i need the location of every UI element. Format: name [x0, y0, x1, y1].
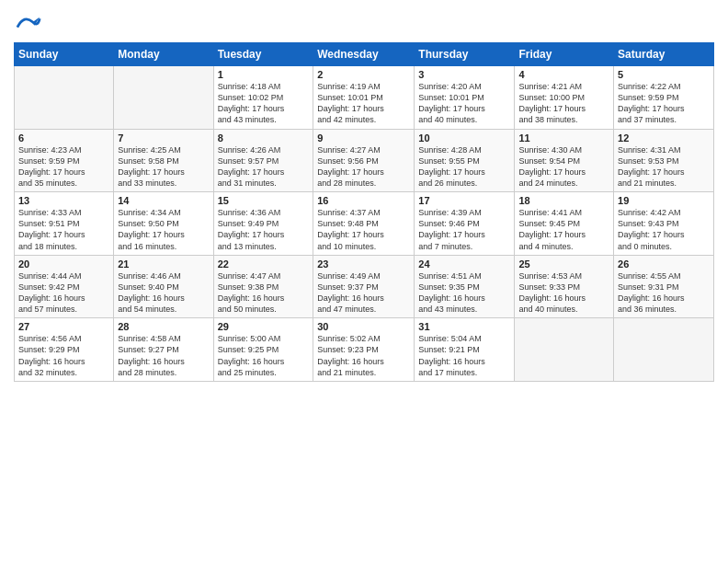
- table-row: 16Sunrise: 4:37 AM Sunset: 9:48 PM Dayli…: [313, 192, 415, 256]
- table-row: 13Sunrise: 4:33 AM Sunset: 9:51 PM Dayli…: [15, 192, 114, 256]
- day-number: 29: [218, 321, 310, 332]
- table-row: 22Sunrise: 4:47 AM Sunset: 9:38 PM Dayli…: [213, 255, 313, 318]
- table-row: 7Sunrise: 4:25 AM Sunset: 9:58 PM Daylig…: [114, 129, 213, 192]
- day-info: Sunrise: 4:56 AM Sunset: 9:29 PM Dayligh…: [18, 333, 109, 378]
- day-number: 27: [18, 321, 109, 332]
- day-info: Sunrise: 5:02 AM Sunset: 9:23 PM Dayligh…: [317, 333, 410, 378]
- day-info: Sunrise: 4:27 AM Sunset: 9:56 PM Dayligh…: [317, 144, 410, 190]
- day-number: 9: [317, 132, 410, 144]
- day-info: Sunrise: 5:04 AM Sunset: 9:21 PM Dayligh…: [418, 333, 510, 378]
- table-row: 11Sunrise: 4:30 AM Sunset: 9:54 PM Dayli…: [515, 129, 614, 192]
- day-info: Sunrise: 5:00 AM Sunset: 9:25 PM Dayligh…: [218, 333, 310, 378]
- col-tuesday: Tuesday: [213, 43, 313, 66]
- day-info: Sunrise: 4:47 AM Sunset: 9:38 PM Dayligh…: [218, 270, 310, 316]
- day-info: Sunrise: 4:53 AM Sunset: 9:33 PM Dayligh…: [518, 270, 609, 316]
- header: [14, 9, 714, 35]
- day-number: 13: [18, 195, 109, 206]
- day-info: Sunrise: 4:42 AM Sunset: 9:43 PM Dayligh…: [618, 207, 710, 252]
- day-info: Sunrise: 4:28 AM Sunset: 9:55 PM Dayligh…: [418, 144, 510, 190]
- day-info: Sunrise: 4:49 AM Sunset: 9:37 PM Dayligh…: [317, 270, 410, 316]
- table-row: 1Sunrise: 4:18 AM Sunset: 10:02 PM Dayli…: [213, 66, 313, 130]
- col-wednesday: Wednesday: [313, 43, 415, 66]
- day-info: Sunrise: 4:41 AM Sunset: 9:45 PM Dayligh…: [518, 207, 609, 252]
- day-info: Sunrise: 4:55 AM Sunset: 9:31 PM Dayligh…: [618, 270, 710, 316]
- table-row: 12Sunrise: 4:31 AM Sunset: 9:53 PM Dayli…: [614, 129, 714, 192]
- day-number: 17: [418, 195, 510, 206]
- day-info: Sunrise: 4:58 AM Sunset: 9:27 PM Dayligh…: [118, 333, 209, 378]
- table-row: 26Sunrise: 4:55 AM Sunset: 9:31 PM Dayli…: [614, 255, 714, 318]
- table-row: 5Sunrise: 4:22 AM Sunset: 9:59 PM Daylig…: [614, 66, 714, 130]
- day-number: 5: [618, 69, 710, 80]
- day-info: Sunrise: 4:33 AM Sunset: 9:51 PM Dayligh…: [18, 207, 109, 252]
- col-saturday: Saturday: [614, 43, 714, 66]
- table-row: 28Sunrise: 4:58 AM Sunset: 9:27 PM Dayli…: [114, 318, 213, 382]
- day-number: 4: [518, 69, 609, 80]
- table-row: 15Sunrise: 4:36 AM Sunset: 9:49 PM Dayli…: [213, 192, 313, 256]
- day-info: Sunrise: 4:34 AM Sunset: 9:50 PM Dayligh…: [118, 207, 209, 252]
- day-number: 11: [518, 132, 609, 144]
- day-info: Sunrise: 4:23 AM Sunset: 9:59 PM Dayligh…: [18, 144, 109, 190]
- table-row: 3Sunrise: 4:20 AM Sunset: 10:01 PM Dayli…: [415, 66, 515, 130]
- calendar-week-row: 13Sunrise: 4:33 AM Sunset: 9:51 PM Dayli…: [15, 192, 714, 256]
- table-row: 19Sunrise: 4:42 AM Sunset: 9:43 PM Dayli…: [614, 192, 714, 256]
- day-number: 26: [618, 259, 710, 270]
- day-info: Sunrise: 4:51 AM Sunset: 9:35 PM Dayligh…: [418, 270, 510, 316]
- day-number: 14: [118, 195, 209, 206]
- table-row: 25Sunrise: 4:53 AM Sunset: 9:33 PM Dayli…: [515, 255, 614, 318]
- day-number: 25: [518, 259, 609, 270]
- calendar-header-row: Sunday Monday Tuesday Wednesday Thursday…: [15, 43, 714, 66]
- logo-icon: [16, 9, 41, 35]
- table-row: 14Sunrise: 4:34 AM Sunset: 9:50 PM Dayli…: [114, 192, 213, 256]
- calendar-week-row: 1Sunrise: 4:18 AM Sunset: 10:02 PM Dayli…: [15, 66, 714, 130]
- day-number: 23: [317, 259, 410, 270]
- day-info: Sunrise: 4:18 AM Sunset: 10:02 PM Daylig…: [218, 81, 310, 126]
- table-row: 24Sunrise: 4:51 AM Sunset: 9:35 PM Dayli…: [415, 255, 515, 318]
- day-number: 30: [317, 321, 410, 332]
- day-number: 31: [418, 321, 510, 332]
- day-info: Sunrise: 4:37 AM Sunset: 9:48 PM Dayligh…: [317, 207, 410, 252]
- table-row: 8Sunrise: 4:26 AM Sunset: 9:57 PM Daylig…: [213, 129, 313, 192]
- table-row: 23Sunrise: 4:49 AM Sunset: 9:37 PM Dayli…: [313, 255, 415, 318]
- table-row: [614, 318, 714, 382]
- table-row: [114, 66, 213, 130]
- day-info: Sunrise: 4:20 AM Sunset: 10:01 PM Daylig…: [418, 81, 510, 126]
- calendar-week-row: 20Sunrise: 4:44 AM Sunset: 9:42 PM Dayli…: [15, 255, 714, 318]
- day-info: Sunrise: 4:44 AM Sunset: 9:42 PM Dayligh…: [18, 270, 109, 316]
- day-number: 19: [618, 195, 710, 206]
- table-row: 4Sunrise: 4:21 AM Sunset: 10:00 PM Dayli…: [515, 66, 614, 130]
- table-row: [515, 318, 614, 382]
- day-info: Sunrise: 4:21 AM Sunset: 10:00 PM Daylig…: [518, 81, 609, 126]
- day-number: 1: [218, 69, 310, 80]
- day-number: 3: [418, 69, 510, 80]
- day-number: 21: [118, 259, 209, 270]
- day-number: 12: [618, 132, 710, 144]
- table-row: [15, 66, 114, 130]
- day-number: 8: [218, 132, 310, 144]
- table-row: 20Sunrise: 4:44 AM Sunset: 9:42 PM Dayli…: [15, 255, 114, 318]
- calendar-week-row: 27Sunrise: 4:56 AM Sunset: 9:29 PM Dayli…: [15, 318, 714, 382]
- col-friday: Friday: [515, 43, 614, 66]
- table-row: 31Sunrise: 5:04 AM Sunset: 9:21 PM Dayli…: [415, 318, 515, 382]
- day-number: 22: [218, 259, 310, 270]
- day-info: Sunrise: 4:39 AM Sunset: 9:46 PM Dayligh…: [418, 207, 510, 252]
- day-info: Sunrise: 4:26 AM Sunset: 9:57 PM Dayligh…: [218, 144, 310, 190]
- table-row: 10Sunrise: 4:28 AM Sunset: 9:55 PM Dayli…: [415, 129, 515, 192]
- table-row: 30Sunrise: 5:02 AM Sunset: 9:23 PM Dayli…: [313, 318, 415, 382]
- table-row: 6Sunrise: 4:23 AM Sunset: 9:59 PM Daylig…: [15, 129, 114, 192]
- day-number: 18: [518, 195, 609, 206]
- day-number: 2: [317, 69, 410, 80]
- table-row: 29Sunrise: 5:00 AM Sunset: 9:25 PM Dayli…: [213, 318, 313, 382]
- page: Sunday Monday Tuesday Wednesday Thursday…: [0, 0, 728, 563]
- day-info: Sunrise: 4:25 AM Sunset: 9:58 PM Dayligh…: [118, 144, 209, 190]
- table-row: 9Sunrise: 4:27 AM Sunset: 9:56 PM Daylig…: [313, 129, 415, 192]
- col-thursday: Thursday: [415, 43, 515, 66]
- day-info: Sunrise: 4:46 AM Sunset: 9:40 PM Dayligh…: [118, 270, 209, 316]
- day-info: Sunrise: 4:30 AM Sunset: 9:54 PM Dayligh…: [518, 144, 609, 190]
- day-info: Sunrise: 4:36 AM Sunset: 9:49 PM Dayligh…: [218, 207, 310, 252]
- day-number: 15: [218, 195, 310, 206]
- calendar-table: Sunday Monday Tuesday Wednesday Thursday…: [14, 42, 714, 382]
- day-info: Sunrise: 4:31 AM Sunset: 9:53 PM Dayligh…: [618, 144, 710, 190]
- day-number: 6: [18, 132, 109, 144]
- table-row: 21Sunrise: 4:46 AM Sunset: 9:40 PM Dayli…: [114, 255, 213, 318]
- day-number: 10: [418, 132, 510, 144]
